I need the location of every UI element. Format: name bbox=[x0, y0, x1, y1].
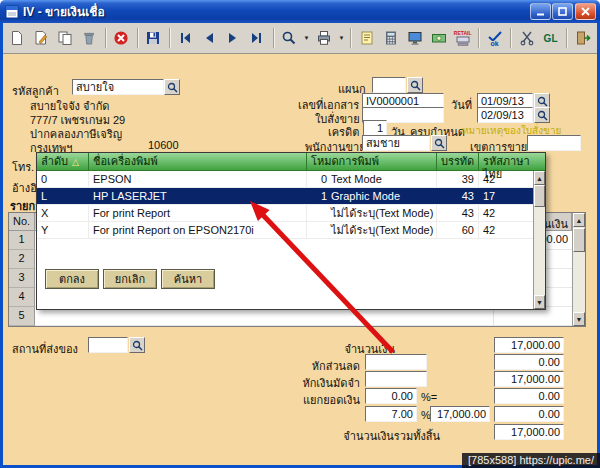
cut-button[interactable] bbox=[515, 26, 538, 50]
minimize-icon bbox=[536, 7, 545, 16]
postcode-text: 10600 bbox=[148, 139, 179, 151]
customer-search-button[interactable] bbox=[164, 79, 180, 95]
last-record-button[interactable] bbox=[246, 26, 269, 50]
cancel-button[interactable]: ยกเลิก bbox=[103, 269, 157, 289]
toolbar-separator bbox=[566, 28, 567, 48]
retail-button[interactable]: RETAIL bbox=[451, 26, 474, 50]
search-button[interactable]: ค้นหา bbox=[161, 269, 215, 289]
print-button[interactable] bbox=[312, 26, 335, 50]
previous-record-button[interactable] bbox=[198, 26, 221, 50]
department-search-button[interactable] bbox=[407, 77, 423, 93]
toolbar-separator bbox=[169, 28, 170, 48]
watermark-text: [785x588] https://upic.me/ bbox=[462, 453, 600, 468]
close-button[interactable] bbox=[575, 3, 596, 20]
printer-mode: 0Text Mode bbox=[307, 171, 437, 187]
due-date-input[interactable]: 02/09/13 bbox=[477, 107, 533, 123]
column-header-mode[interactable]: โหมดการพิมพ์ bbox=[307, 153, 437, 170]
printer-mode: ไม่ได้ระบุ(Text Mode) bbox=[307, 222, 437, 238]
deposit-input[interactable] bbox=[365, 371, 427, 387]
next-record-button[interactable] bbox=[222, 26, 245, 50]
search-icon bbox=[537, 96, 548, 107]
edit-button[interactable] bbox=[30, 26, 53, 50]
search-icon bbox=[167, 82, 178, 93]
delete-button[interactable] bbox=[78, 26, 101, 50]
search-icon bbox=[434, 138, 445, 149]
copy-button[interactable] bbox=[54, 26, 77, 50]
first-record-button[interactable] bbox=[174, 26, 197, 50]
note-button[interactable] bbox=[355, 26, 378, 50]
money-button[interactable] bbox=[427, 26, 450, 50]
save-button[interactable] bbox=[142, 26, 165, 50]
printer-row[interactable]: Y For print Report on EPSON2170i ไม่ได้ร… bbox=[37, 222, 535, 239]
approve-button[interactable]: ok bbox=[483, 26, 506, 50]
printer-lines: 43 bbox=[437, 188, 479, 204]
printer-row[interactable]: 0 EPSON 0Text Mode 39 42 bbox=[37, 171, 535, 188]
scrollbar-thumb[interactable] bbox=[534, 185, 545, 207]
row-number: 3 bbox=[9, 269, 35, 288]
vat-rate2-input[interactable]: 7.00 bbox=[365, 406, 417, 422]
printer-row-selected[interactable]: L HP LASERJET 1Graphic Mode 43 17 bbox=[37, 188, 535, 205]
last-record-icon bbox=[249, 30, 265, 46]
vat-rate1-input[interactable]: 0.00 bbox=[365, 388, 417, 404]
salesman-search-button[interactable] bbox=[431, 135, 447, 151]
new-button[interactable] bbox=[6, 26, 29, 50]
ok-button[interactable]: ตกลง bbox=[45, 269, 99, 289]
search-dropdown-arrow[interactable]: ▼ bbox=[301, 26, 311, 50]
note-icon bbox=[359, 30, 375, 46]
print-dropdown-arrow[interactable]: ▼ bbox=[336, 26, 346, 50]
gl-button[interactable]: GL bbox=[539, 26, 562, 50]
discount-input[interactable] bbox=[365, 354, 427, 370]
printer-thai-code: 17 bbox=[479, 188, 535, 204]
phone-label: โทร. bbox=[12, 158, 34, 176]
scroll-down-icon[interactable]: ▼ bbox=[573, 312, 585, 326]
printer-popup-header: ลำดับ△ ชื่อเครื่องพิมพ์ โหมดการพิมพ์ บรร… bbox=[37, 153, 545, 171]
date-label: วันที่ bbox=[451, 96, 472, 114]
printer-order: X bbox=[37, 205, 89, 221]
column-header-order[interactable]: ลำดับ△ bbox=[37, 153, 89, 170]
scroll-down-icon[interactable]: ▼ bbox=[534, 295, 545, 309]
printer-lines: 60 bbox=[437, 222, 479, 238]
printer-lines: 39 bbox=[437, 171, 479, 187]
scroll-up-icon[interactable]: ▲ bbox=[573, 213, 585, 227]
column-header-lines[interactable]: บรรทัด bbox=[437, 153, 479, 170]
minimize-button[interactable] bbox=[530, 3, 551, 20]
vat-base2-input[interactable]: 17,000.00 bbox=[430, 406, 490, 422]
due-date-search-button[interactable] bbox=[534, 107, 550, 123]
close-icon bbox=[581, 7, 590, 16]
customer-code-input[interactable]: สบายใจ bbox=[72, 79, 164, 95]
department-input[interactable] bbox=[372, 77, 406, 93]
toolbar-separator bbox=[105, 28, 106, 48]
cancel-button[interactable] bbox=[110, 26, 133, 50]
delivery-location-label: สถานที่ส่งของ bbox=[12, 340, 78, 358]
display-icon bbox=[407, 30, 423, 46]
popup-scrollbar[interactable]: ▲ ▼ bbox=[533, 171, 545, 309]
column-header-thai-code[interactable]: รหัสภาษาไทย bbox=[479, 153, 545, 170]
approve-icon: ok bbox=[491, 41, 499, 46]
exit-button[interactable] bbox=[571, 26, 594, 50]
deposit-value: 17,000.00 bbox=[494, 371, 564, 387]
row-number: 4 bbox=[9, 288, 35, 307]
search-button[interactable] bbox=[278, 26, 301, 50]
sales-zone-input[interactable] bbox=[527, 135, 581, 151]
cancel-icon bbox=[113, 30, 129, 46]
printer-row[interactable]: X For print Report ไม่ได้ระบุ(Text Mode)… bbox=[37, 205, 535, 222]
maximize-button[interactable] bbox=[552, 3, 573, 20]
exit-icon bbox=[575, 30, 591, 46]
scrollbar-thumb[interactable] bbox=[573, 228, 585, 252]
credit-days-input[interactable]: 1 bbox=[363, 120, 387, 136]
items-grid-scrollbar[interactable]: ▲ ▼ bbox=[572, 213, 585, 326]
delivery-location-input[interactable] bbox=[88, 337, 128, 353]
toolbar-separator bbox=[350, 28, 351, 48]
gl-icon: GL bbox=[544, 33, 558, 44]
salesman-input[interactable]: สมชาย bbox=[362, 135, 430, 151]
discount-value: 0.00 bbox=[494, 354, 564, 370]
delivery-search-button[interactable] bbox=[129, 337, 145, 353]
printer-thai-code: 42 bbox=[479, 205, 535, 221]
column-header-printer[interactable]: ชื่อเครื่องพิมพ์ bbox=[89, 153, 307, 170]
application-window: IV - ขายเงินเชื่อ ▼ ▼ bbox=[0, 0, 600, 468]
calculator-button[interactable] bbox=[379, 26, 402, 50]
delete-trash-icon bbox=[81, 30, 97, 46]
printer-select-popup: ลำดับ△ ชื่อเครื่องพิมพ์ โหมดการพิมพ์ บรร… bbox=[36, 152, 546, 310]
display-button[interactable] bbox=[403, 26, 426, 50]
scroll-up-icon[interactable]: ▲ bbox=[534, 171, 545, 185]
